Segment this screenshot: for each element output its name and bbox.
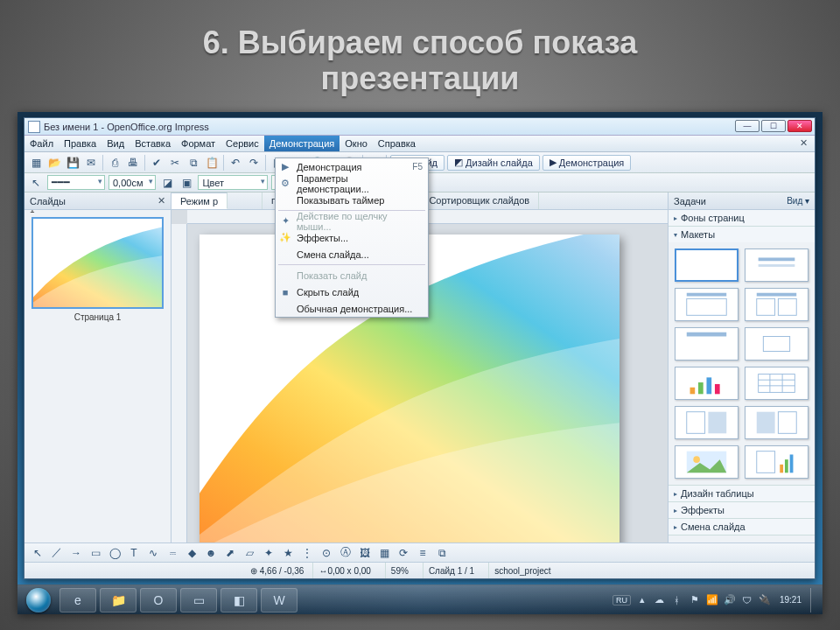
symbol-tool-icon[interactable]: ☻	[203, 545, 219, 561]
tray-clock[interactable]: 19:21	[780, 595, 802, 605]
tab-outline[interactable]	[228, 192, 262, 209]
slide-design-button[interactable]: ◩Дизайн слайда	[447, 155, 540, 171]
menu-сервис[interactable]: Сервис	[220, 136, 264, 151]
layout-blank[interactable]	[675, 248, 738, 282]
layout-clip-text[interactable]	[745, 406, 808, 439]
menu-hide-slide[interactable]: ■Скрыть слайд	[276, 284, 428, 300]
task-view-menu[interactable]: Вид ▾	[787, 196, 809, 206]
callout-icon[interactable]: ✦	[261, 545, 276, 561]
menu-справка[interactable]: Справка	[373, 136, 421, 151]
tray-cloud-icon[interactable]: ☁	[654, 594, 666, 606]
arrow-tool-icon[interactable]: →	[68, 545, 84, 561]
tab-normal[interactable]: Режим р	[172, 192, 228, 209]
menu-вид[interactable]: Вид	[102, 136, 130, 151]
taskbar-app-icon[interactable]: ▭	[180, 588, 217, 612]
minimize-button[interactable]: —	[735, 120, 760, 132]
menubar-close-icon[interactable]: ✕	[797, 137, 809, 150]
tray-up-icon[interactable]: ▴	[636, 594, 648, 606]
menu-effects[interactable]: ✨Эффекты...	[276, 229, 428, 246]
layout-text-clip[interactable]	[675, 406, 738, 439]
gallery-icon[interactable]: ▦	[376, 545, 392, 561]
section-table-design[interactable]: ▸Дизайн таблицы	[668, 486, 815, 502]
menu-slide-transition[interactable]: Смена слайда...	[276, 246, 428, 262]
tray-shield-icon[interactable]: 🛡	[741, 594, 753, 606]
section-transition[interactable]: ▸Смена слайда	[668, 519, 815, 536]
menu-вставка[interactable]: Вставка	[130, 136, 176, 151]
open-icon[interactable]: 📂	[46, 155, 62, 171]
slide-thumbnail-1[interactable]	[32, 217, 164, 309]
flowchart-icon[interactable]: ▱	[242, 545, 257, 561]
connector-tool-icon[interactable]: ⎓	[164, 545, 180, 561]
section-layouts-header[interactable]: ▾Макеты	[668, 227, 815, 242]
menu-правка[interactable]: Правка	[59, 136, 102, 151]
menu-формат[interactable]: Формат	[176, 136, 220, 151]
menu-файл[interactable]: Файл	[24, 136, 59, 151]
arrange-icon[interactable]: ⧉	[434, 545, 450, 561]
fontwork-icon[interactable]: Ⓐ	[338, 545, 354, 561]
cut-icon[interactable]: ✂	[167, 155, 183, 171]
layout-image[interactable]	[675, 445, 738, 479]
menu-демонстрация[interactable]: Демонстрация	[264, 136, 340, 151]
shapes-tool-icon[interactable]: ◆	[184, 545, 200, 561]
layout-title-only[interactable]	[675, 327, 738, 360]
print-icon[interactable]: 🖶	[125, 155, 141, 171]
menu-show-timer[interactable]: Показывать таймер	[276, 192, 428, 208]
rotate-icon[interactable]: ⟳	[396, 545, 411, 561]
star-icon[interactable]: ★	[280, 545, 296, 561]
align-icon[interactable]: ≡	[415, 545, 430, 561]
menu-окно[interactable]: Окно	[340, 136, 373, 151]
tab-sorter[interactable]: Сортировщик слайдов	[420, 192, 539, 209]
pdf-icon[interactable]: ⎙	[107, 155, 122, 171]
fill-combo[interactable]: Цвет	[198, 175, 268, 190]
tray-power-icon[interactable]: 🔌	[759, 594, 771, 606]
tray-vol-icon[interactable]: 🔊	[724, 594, 736, 606]
layout-title-content[interactable]	[675, 288, 738, 321]
spellcheck-icon[interactable]: ✔	[149, 155, 164, 171]
select-tool-icon[interactable]: ↖	[30, 545, 46, 561]
start-button[interactable]	[21, 587, 56, 613]
tray-language[interactable]: RU	[612, 595, 631, 606]
save-icon[interactable]: 💾	[65, 155, 80, 171]
tray-net-icon[interactable]: 📶	[706, 594, 718, 606]
redo-icon[interactable]: ↷	[246, 155, 262, 171]
slideshow-button[interactable]: ▶Демонстрация	[542, 155, 632, 171]
text-tool-icon[interactable]: T	[126, 545, 142, 561]
layout-chart[interactable]	[675, 367, 738, 400]
line-tool-icon[interactable]: ／	[49, 545, 65, 561]
section-effects[interactable]: ▸Эффекты	[668, 502, 815, 519]
tray-show-desktop[interactable]	[810, 588, 817, 612]
taskbar-explorer-icon[interactable]: 📁	[100, 588, 136, 612]
menu-custom-slideshow[interactable]: Обычная демонстрация...	[276, 300, 428, 317]
arrow-icon[interactable]: ↖	[28, 175, 44, 191]
status-zoom[interactable]: 59%	[385, 563, 414, 578]
maximize-button[interactable]: ☐	[761, 120, 786, 132]
line-color-icon[interactable]: ◪	[159, 175, 175, 191]
layout-two-content[interactable]	[745, 288, 808, 321]
ellipse-tool-icon[interactable]: ◯	[107, 545, 122, 561]
rect-tool-icon[interactable]: ▭	[88, 545, 103, 561]
points-icon[interactable]: ⋮	[299, 545, 315, 561]
layout-title[interactable]	[745, 248, 808, 282]
slides-panel-close-icon[interactable]: ✕	[158, 195, 165, 206]
tray-flag-icon[interactable]: ⚑	[689, 594, 701, 606]
taskbar-ie-icon[interactable]: e	[60, 588, 96, 612]
taskbar-impress-icon[interactable]: ◧	[220, 588, 257, 612]
line-style-combo[interactable]: ━━━	[47, 175, 105, 190]
block-arrow-icon[interactable]: ⬈	[222, 545, 238, 561]
new-icon[interactable]: ▦	[28, 155, 44, 171]
from-file-icon[interactable]: 🖼	[357, 545, 373, 561]
glue-icon[interactable]: ⊙	[318, 545, 334, 561]
line-width-combo[interactable]: 0,00см	[108, 175, 156, 190]
layout-centered[interactable]	[745, 327, 808, 360]
tray-bt-icon[interactable]: ᚼ	[671, 594, 683, 606]
copy-icon[interactable]: ⧉	[186, 155, 201, 171]
taskbar-word-icon[interactable]: W	[261, 588, 298, 612]
area-icon[interactable]: ▣	[178, 175, 194, 191]
paste-icon[interactable]: 📋	[204, 155, 220, 171]
section-master-pages[interactable]: ▸Фоны страниц	[668, 210, 815, 227]
undo-icon[interactable]: ↶	[228, 155, 243, 171]
titlebar[interactable]: Без имени 1 - OpenOffice.org Impress — ☐…	[24, 118, 815, 136]
close-button[interactable]: ✕	[788, 120, 812, 132]
mail-icon[interactable]: ✉	[83, 155, 99, 171]
layout-chart-text[interactable]	[745, 445, 808, 479]
